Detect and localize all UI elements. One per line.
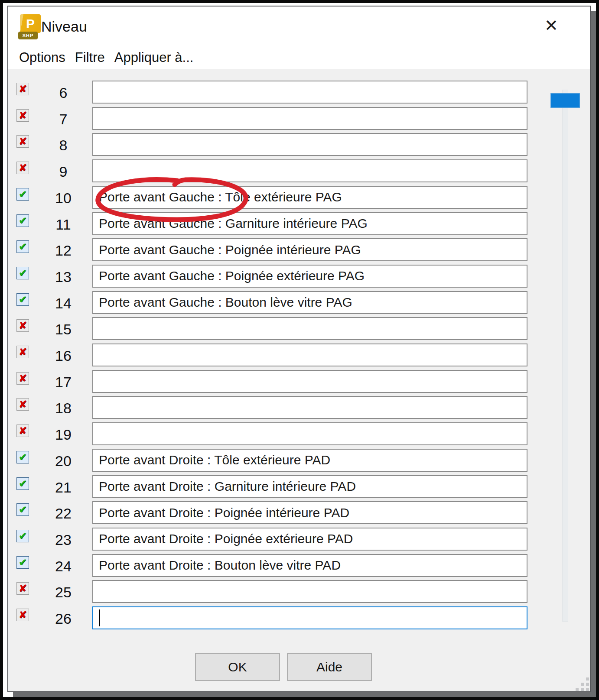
- level-row: ✔ 11: [8, 212, 590, 235]
- resize-grip[interactable]: [576, 677, 589, 691]
- level-state-checkbox[interactable]: ✔: [16, 477, 29, 490]
- level-name-input[interactable]: [92, 186, 527, 209]
- level-state-checkbox[interactable]: ✘: [16, 135, 29, 148]
- level-name-input[interactable]: [92, 238, 527, 261]
- level-state-checkbox[interactable]: ✔: [16, 503, 29, 516]
- level-row: ✘ 8: [8, 133, 590, 156]
- level-number: 20: [48, 449, 78, 472]
- level-number: 19: [48, 422, 78, 445]
- level-name-input[interactable]: [92, 606, 527, 629]
- level-state-checkbox[interactable]: ✘: [16, 425, 29, 437]
- level-number: 7: [48, 107, 78, 130]
- level-name-input[interactable]: [92, 265, 527, 288]
- level-number: 10: [48, 186, 78, 209]
- niveau-dialog: P SHP Niveau ✕ Options Filtre Appliquer …: [7, 6, 591, 692]
- level-row: ✘ 17: [8, 370, 590, 393]
- level-state-checkbox[interactable]: ✘: [16, 398, 29, 411]
- level-state-checkbox[interactable]: ✔: [16, 556, 29, 569]
- level-row: ✘ 7: [8, 107, 590, 130]
- level-number: 16: [48, 344, 78, 366]
- level-state-checkbox[interactable]: ✔: [16, 240, 29, 253]
- level-row: ✔ 24: [8, 554, 590, 577]
- level-row: ✘ 19: [8, 422, 590, 445]
- level-row: ✔ 12: [8, 238, 590, 261]
- level-state-checkbox[interactable]: ✔: [16, 267, 29, 279]
- level-name-input[interactable]: [92, 81, 527, 104]
- level-state-checkbox[interactable]: ✔: [16, 293, 29, 306]
- level-number: 26: [48, 606, 78, 629]
- level-state-checkbox[interactable]: ✔: [16, 188, 29, 201]
- level-state-checkbox[interactable]: ✘: [16, 609, 29, 621]
- level-row: ✔ 10: [8, 186, 590, 209]
- level-name-input[interactable]: [92, 554, 527, 577]
- level-number: 23: [48, 528, 78, 551]
- level-number: 6: [48, 81, 78, 104]
- level-number: 25: [48, 580, 78, 603]
- level-name-input[interactable]: [92, 449, 527, 472]
- level-name-input[interactable]: [92, 291, 527, 314]
- screenshot-frame: P SHP Niveau ✕ Options Filtre Appliquer …: [0, 0, 599, 700]
- level-state-checkbox[interactable]: ✘: [16, 582, 29, 595]
- level-name-input[interactable]: [92, 370, 527, 393]
- level-row: ✔ 20: [8, 449, 590, 472]
- level-name-input[interactable]: [92, 396, 527, 419]
- level-state-checkbox[interactable]: ✘: [16, 319, 29, 332]
- level-row: ✔ 21: [8, 475, 590, 498]
- level-row: ✔ 13: [8, 265, 590, 288]
- level-row: ✔ 23: [8, 528, 590, 551]
- level-row: ✔ 14: [8, 291, 590, 314]
- level-state-checkbox[interactable]: ✘: [16, 83, 29, 95]
- level-name-input[interactable]: [92, 501, 527, 524]
- level-name-input[interactable]: [92, 475, 527, 498]
- list-scrollbar-track[interactable]: [562, 90, 568, 622]
- level-state-checkbox[interactable]: ✘: [16, 162, 29, 174]
- level-row: ✘ 6: [8, 81, 590, 104]
- level-number: 9: [48, 159, 78, 182]
- level-number: 8: [48, 133, 78, 156]
- level-state-checkbox[interactable]: ✘: [16, 372, 29, 385]
- level-number: 12: [48, 238, 78, 261]
- level-state-checkbox[interactable]: ✔: [16, 530, 29, 542]
- level-state-checkbox[interactable]: ✘: [16, 346, 29, 358]
- level-number: 17: [48, 370, 78, 393]
- help-button[interactable]: Aide: [287, 653, 372, 681]
- level-name-input[interactable]: [92, 159, 527, 182]
- level-number: 24: [48, 554, 78, 577]
- level-number: 14: [48, 291, 78, 314]
- level-row: ✘ 15: [8, 317, 590, 340]
- level-number: 18: [48, 396, 78, 419]
- level-name-input[interactable]: [92, 317, 527, 340]
- level-row: ✘ 16: [8, 344, 590, 366]
- level-name-input[interactable]: [92, 344, 527, 366]
- level-list: ✘ 6 ✘ 7 ✘ 8 ✘ 9 ✔ 10 ✔ 11 ✔ 12 ✔ 13: [8, 6, 590, 691]
- level-state-checkbox[interactable]: ✘: [16, 109, 29, 122]
- level-name-input[interactable]: [92, 580, 527, 603]
- ok-button[interactable]: OK: [195, 653, 280, 681]
- level-number: 21: [48, 475, 78, 498]
- level-state-checkbox[interactable]: ✔: [16, 451, 29, 463]
- level-row: ✘ 25: [8, 580, 590, 603]
- level-row: ✘ 18: [8, 396, 590, 419]
- level-name-input[interactable]: [92, 212, 527, 235]
- level-name-input[interactable]: [92, 422, 527, 445]
- level-number: 15: [48, 317, 78, 340]
- level-name-input[interactable]: [92, 107, 527, 130]
- level-state-checkbox[interactable]: ✔: [16, 214, 29, 227]
- level-number: 11: [48, 212, 78, 235]
- level-number: 13: [48, 265, 78, 288]
- level-row: ✘ 9: [8, 159, 590, 182]
- level-number: 22: [48, 501, 78, 524]
- level-name-input[interactable]: [92, 133, 527, 156]
- list-scrollbar-thumb[interactable]: [550, 93, 580, 108]
- level-name-input[interactable]: [92, 528, 527, 551]
- text-cursor: [99, 609, 100, 626]
- level-row: ✘ 26: [8, 606, 590, 629]
- level-row: ✔ 22: [8, 501, 590, 524]
